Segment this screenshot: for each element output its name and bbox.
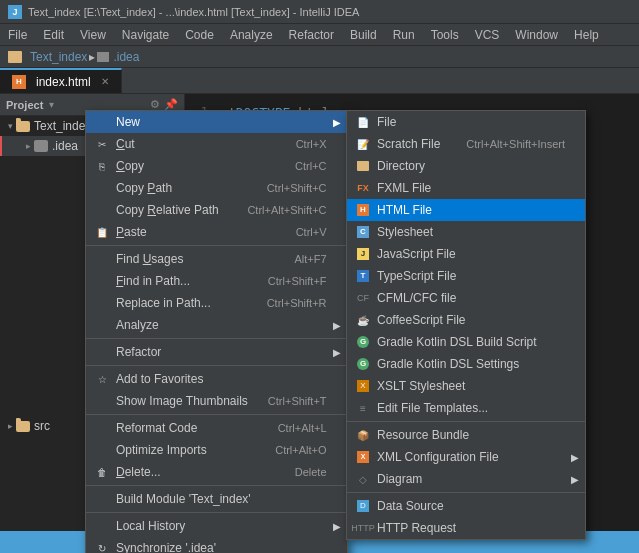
copy-relative-path-icon [94, 202, 110, 218]
new-arrow: ▶ [333, 117, 341, 128]
separator-4 [86, 414, 347, 415]
submenu-fxml[interactable]: FX FXML File [347, 177, 585, 199]
context-menu-analyze[interactable]: Analyze ▶ [86, 314, 347, 336]
sidebar-dropdown-icon[interactable]: ▾ [49, 99, 54, 110]
find-usages-shortcut: Alt+F7 [294, 253, 326, 265]
submenu-data-source[interactable]: D Data Source [347, 495, 585, 517]
menu-refactor[interactable]: Refactor [281, 24, 342, 45]
context-menu-paste[interactable]: 📋 Paste Ctrl+V [86, 221, 347, 243]
diagram-arrow: ▶ [571, 474, 579, 485]
add-favorites-label: Add to Favorites [116, 372, 327, 386]
submenu-xslt-label: XSLT Stylesheet [377, 379, 565, 393]
refactor-label: Refactor [116, 345, 327, 359]
cut-icon: ✂ [94, 136, 110, 152]
submenu-gradle-settings[interactable]: G Gradle Kotlin DSL Settings [347, 353, 585, 375]
data-source-icon: D [355, 498, 371, 514]
context-menu-find-in-path[interactable]: Find in Path... Ctrl+Shift+F [86, 270, 347, 292]
submenu-html-file[interactable]: H HTML File [347, 199, 585, 221]
submenu-directory[interactable]: Directory [347, 155, 585, 177]
context-menu-refactor[interactable]: Refactor ▶ [86, 341, 347, 363]
menu-bar: File Edit View Navigate Code Analyze Ref… [0, 24, 639, 46]
new-icon [94, 114, 110, 130]
context-menu-reformat[interactable]: Reformat Code Ctrl+Alt+L [86, 417, 347, 439]
submenu-javascript[interactable]: J JavaScript File [347, 243, 585, 265]
submenu-xml-config-label: XML Configuration File [377, 450, 565, 464]
menu-window[interactable]: Window [507, 24, 566, 45]
context-menu-find-usages[interactable]: Find Usages Alt+F7 [86, 248, 347, 270]
reformat-label: Reformat Code [116, 421, 258, 435]
sync-icon: ↻ [94, 540, 110, 553]
submenu-edit-templates-label: Edit File Templates... [377, 401, 565, 415]
breadcrumb-idea[interactable]: .idea [113, 50, 139, 64]
submenu-gradle-build[interactable]: G Gradle Kotlin DSL Build Script [347, 331, 585, 353]
tree-arrow-src: ▸ [4, 420, 16, 432]
context-menu-local-history[interactable]: Local History ▶ [86, 515, 347, 537]
context-menu-sync-idea[interactable]: ↻ Synchronize '.idea' [86, 537, 347, 553]
context-menu-build-module[interactable]: Build Module 'Text_index' [86, 488, 347, 510]
context-menu-copy-path[interactable]: Copy Path Ctrl+Shift+C [86, 177, 347, 199]
submenu-coffeescript[interactable]: ☕ CoffeeScript File [347, 309, 585, 331]
submenu-diagram[interactable]: ◇ Diagram ▶ [347, 468, 585, 490]
submenu-gradle-build-label: Gradle Kotlin DSL Build Script [377, 335, 565, 349]
tab-close-icon[interactable]: ✕ [101, 76, 109, 87]
submenu-scratch-file[interactable]: 📝 Scratch File Ctrl+Alt+Shift+Insert [347, 133, 585, 155]
menu-navigate[interactable]: Navigate [114, 24, 177, 45]
css-icon: C [355, 224, 371, 240]
paste-label: Paste [116, 225, 276, 239]
submenu-typescript[interactable]: T TypeScript File [347, 265, 585, 287]
menu-help[interactable]: Help [566, 24, 607, 45]
menu-edit[interactable]: Edit [35, 24, 72, 45]
refactor-arrow: ▶ [333, 347, 341, 358]
tree-label-text-index: Text_index [34, 119, 91, 133]
context-menu-delete[interactable]: 🗑 Delete... Delete [86, 461, 347, 483]
replace-in-path-shortcut: Ctrl+Shift+R [267, 297, 327, 309]
menu-code[interactable]: Code [177, 24, 222, 45]
submenu-resource-bundle[interactable]: 📦 Resource Bundle [347, 424, 585, 446]
menu-view[interactable]: View [72, 24, 114, 45]
context-menu-add-favorites[interactable]: ☆ Add to Favorites [86, 368, 347, 390]
submenu-separator-2 [347, 492, 585, 493]
menu-tools[interactable]: Tools [423, 24, 467, 45]
delete-shortcut: Delete [295, 466, 327, 478]
submenu-scratch-shortcut: Ctrl+Alt+Shift+Insert [466, 138, 565, 150]
menu-build[interactable]: Build [342, 24, 385, 45]
build-label: Build Module 'Text_index' [116, 492, 327, 506]
separator-2 [86, 338, 347, 339]
paste-shortcut: Ctrl+V [296, 226, 327, 238]
show-thumbnails-shortcut: Ctrl+Shift+T [268, 395, 327, 407]
context-menu-cut[interactable]: ✂ Cut Ctrl+X [86, 133, 347, 155]
find-in-path-shortcut: Ctrl+Shift+F [268, 275, 327, 287]
context-menu-show-thumbnails[interactable]: Show Image Thumbnails Ctrl+Shift+T [86, 390, 347, 412]
submenu-cfml[interactable]: CF CFML/CFC file [347, 287, 585, 309]
submenu-directory-label: Directory [377, 159, 565, 173]
context-menu-optimize-imports[interactable]: Optimize Imports Ctrl+Alt+O [86, 439, 347, 461]
menu-vcs[interactable]: VCS [467, 24, 508, 45]
submenu-stylesheet[interactable]: C Stylesheet [347, 221, 585, 243]
context-menu-replace-in-path[interactable]: Replace in Path... Ctrl+Shift+R [86, 292, 347, 314]
menu-file[interactable]: File [0, 24, 35, 45]
submenu-http-request-label: HTTP Request [377, 521, 565, 535]
app-icon: J [8, 5, 22, 19]
submenu-xml-config[interactable]: X XML Configuration File ▶ [347, 446, 585, 468]
breadcrumb-project[interactable]: Text_index [30, 50, 87, 64]
copy-path-label: Copy Path [116, 181, 247, 195]
submenu-xslt[interactable]: X XSLT Stylesheet [347, 375, 585, 397]
context-menu-copy[interactable]: ⎘ Copy Ctrl+C [86, 155, 347, 177]
tab-index-html[interactable]: H index.html ✕ [0, 68, 122, 93]
copy-path-shortcut: Ctrl+Shift+C [267, 182, 327, 194]
submenu-http-request[interactable]: HTTP HTTP Request [347, 517, 585, 539]
menu-run[interactable]: Run [385, 24, 423, 45]
submenu-edit-templates[interactable]: ≡ Edit File Templates... [347, 397, 585, 419]
submenu-coffeescript-label: CoffeeScript File [377, 313, 565, 327]
xml-config-icon: X [355, 449, 371, 465]
build-icon [94, 491, 110, 507]
html-icon: H [355, 202, 371, 218]
submenu-file[interactable]: 📄 File [347, 111, 585, 133]
tab-label: index.html [36, 75, 91, 89]
context-menu-new[interactable]: New ▶ [86, 111, 347, 133]
submenu-gradle-settings-label: Gradle Kotlin DSL Settings [377, 357, 565, 371]
find-usages-label: Find Usages [116, 252, 274, 266]
menu-analyze[interactable]: Analyze [222, 24, 281, 45]
context-menu-copy-relative-path[interactable]: Copy Relative Path Ctrl+Alt+Shift+C [86, 199, 347, 221]
submenu-diagram-label: Diagram [377, 472, 565, 486]
